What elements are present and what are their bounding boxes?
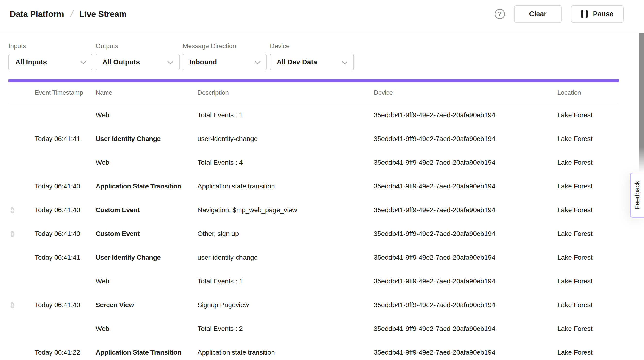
column-header-event-timestamp: Event Timestamp <box>35 89 96 96</box>
table-row[interactable]: + Today 06:41:40 Screen View Signup Page… <box>8 293 619 317</box>
filter-bar: Inputs All Inputs Outputs All Outputs Me… <box>8 32 354 70</box>
row-name: Web <box>96 111 198 119</box>
row-description: Total Events : 4 <box>198 159 374 167</box>
filter-select[interactable]: All Inputs <box>8 54 92 70</box>
row-name: User Identity Change <box>96 135 198 143</box>
row-event-timestamp: Today 06:41:40 <box>35 301 96 309</box>
row-name: Web <box>96 325 198 333</box>
row-description: user-identity-change <box>198 135 374 143</box>
breadcrumb-data-platform[interactable]: Data Platform <box>10 9 64 19</box>
pause-button-label: Pause <box>593 10 614 18</box>
row-device: 35eddb41-9ff9-49e2-7aed-20afa90eb194 <box>374 135 557 143</box>
breadcrumb-separator: / <box>69 8 74 19</box>
pause-icon <box>581 10 588 18</box>
row-name: Application State Transition <box>96 182 198 190</box>
clear-button[interactable]: Clear <box>514 5 562 23</box>
pause-button[interactable]: Pause <box>571 5 624 23</box>
row-name: Web <box>96 277 198 285</box>
row-name: Application State Transition <box>96 349 198 356</box>
header-actions: ? Clear Pause <box>495 5 624 23</box>
filter-group-message-direction: Message Direction Inbound <box>183 32 267 70</box>
row-description: Other, sign up <box>198 230 374 238</box>
filter-select[interactable]: All Dev Data <box>270 54 354 70</box>
filter-group-outputs: Outputs All Outputs <box>96 32 180 70</box>
row-name: User Identity Change <box>96 254 198 261</box>
filter-label: Message Direction <box>183 42 267 50</box>
table-row[interactable]: Today 06:41:22 Application State Transit… <box>8 341 619 360</box>
expand-row-button[interactable]: + <box>11 302 14 308</box>
row-description: Signup Pageview <box>198 301 374 309</box>
row-location: Lake Forest <box>557 301 619 309</box>
table-row[interactable]: + Today 06:41:40 Custom Event Navigation… <box>8 198 619 222</box>
clear-button-label: Clear <box>529 10 547 18</box>
row-name: Custom Event <box>96 206 198 214</box>
row-expand-cell: + <box>8 301 35 309</box>
breadcrumb: Data Platform / Live Stream <box>10 8 127 19</box>
chevron-down-icon <box>168 58 173 64</box>
row-device: 35eddb41-9ff9-49e2-7aed-20afa90eb194 <box>374 159 557 167</box>
table-body: Web Total Events : 1 35eddb41-9ff9-49e2-… <box>8 103 619 360</box>
row-event-timestamp: Today 06:41:22 <box>35 349 96 356</box>
row-event-timestamp: Today 06:41:41 <box>35 254 96 261</box>
row-location: Lake Forest <box>557 325 619 333</box>
filter-selected-value: All Dev Data <box>276 58 317 66</box>
table-row[interactable]: Web Total Events : 4 35eddb41-9ff9-49e2-… <box>8 151 619 175</box>
help-icon[interactable]: ? <box>495 9 505 19</box>
table-row[interactable]: + Today 06:41:40 Custom Event Other, sig… <box>8 222 619 246</box>
row-location: Lake Forest <box>557 277 619 285</box>
vertical-scrollbar[interactable] <box>639 33 644 172</box>
row-name: Web <box>96 159 198 167</box>
accent-divider <box>8 79 619 82</box>
row-device: 35eddb41-9ff9-49e2-7aed-20afa90eb194 <box>374 325 557 333</box>
row-description: Total Events : 1 <box>198 277 374 285</box>
table-header-row: Event Timestamp Name Description Device … <box>8 82 619 103</box>
row-location: Lake Forest <box>557 206 619 214</box>
table-row[interactable]: Today 06:41:41 User Identity Change user… <box>8 127 619 151</box>
table-row[interactable]: Web Total Events : 2 35eddb41-9ff9-49e2-… <box>8 317 619 341</box>
row-location: Lake Forest <box>557 230 619 238</box>
row-name: Screen View <box>96 301 198 309</box>
row-location: Lake Forest <box>557 111 619 119</box>
event-stream-table: Event Timestamp Name Description Device … <box>8 82 619 360</box>
table-row[interactable]: Today 06:41:41 User Identity Change user… <box>8 246 619 269</box>
filter-label: Inputs <box>8 42 92 50</box>
column-header-name: Name <box>96 89 198 96</box>
row-device: 35eddb41-9ff9-49e2-7aed-20afa90eb194 <box>374 254 557 261</box>
live-stream-page: Data Platform / Live Stream ? Clear Paus… <box>0 0 644 360</box>
filter-label: Device <box>270 42 354 50</box>
page-header: Data Platform / Live Stream ? Clear Paus… <box>0 0 644 32</box>
table-row[interactable]: Today 06:41:40 Application State Transit… <box>8 175 619 198</box>
row-device: 35eddb41-9ff9-49e2-7aed-20afa90eb194 <box>374 301 557 309</box>
row-expand-cell: + <box>8 230 35 238</box>
row-location: Lake Forest <box>557 135 619 143</box>
chevron-down-icon <box>80 58 86 64</box>
expand-row-button[interactable]: + <box>11 231 14 237</box>
row-location: Lake Forest <box>557 254 619 261</box>
row-location: Lake Forest <box>557 182 619 190</box>
column-header-description: Description <box>198 89 374 96</box>
expand-row-button[interactable]: + <box>11 207 14 213</box>
filter-group-device: Device All Dev Data <box>270 32 354 70</box>
filter-select[interactable]: All Outputs <box>96 54 180 70</box>
row-description: Total Events : 1 <box>198 111 374 119</box>
feedback-tab[interactable]: Feedback <box>630 173 644 217</box>
filter-select[interactable]: Inbound <box>183 54 267 70</box>
table-row[interactable]: Web Total Events : 1 35eddb41-9ff9-49e2-… <box>8 103 619 127</box>
filter-selected-value: All Outputs <box>102 58 140 66</box>
row-device: 35eddb41-9ff9-49e2-7aed-20afa90eb194 <box>374 111 557 119</box>
filter-group-inputs: Inputs All Inputs <box>8 32 92 70</box>
row-event-timestamp: Today 06:41:41 <box>35 135 96 143</box>
row-event-timestamp: Today 06:41:40 <box>35 182 96 190</box>
feedback-tab-label: Feedback <box>634 181 641 209</box>
row-description: Application state transition <box>198 349 374 356</box>
row-device: 35eddb41-9ff9-49e2-7aed-20afa90eb194 <box>374 206 557 214</box>
row-description: Application state transition <box>198 182 374 190</box>
row-location: Lake Forest <box>557 159 619 167</box>
filter-selected-value: Inbound <box>190 58 217 66</box>
row-name: Custom Event <box>96 230 198 238</box>
table-row[interactable]: Web Total Events : 1 35eddb41-9ff9-49e2-… <box>8 269 619 293</box>
chevron-down-icon <box>254 58 260 64</box>
row-expand-cell: + <box>8 206 35 214</box>
row-device: 35eddb41-9ff9-49e2-7aed-20afa90eb194 <box>374 182 557 190</box>
row-device: 35eddb41-9ff9-49e2-7aed-20afa90eb194 <box>374 230 557 238</box>
